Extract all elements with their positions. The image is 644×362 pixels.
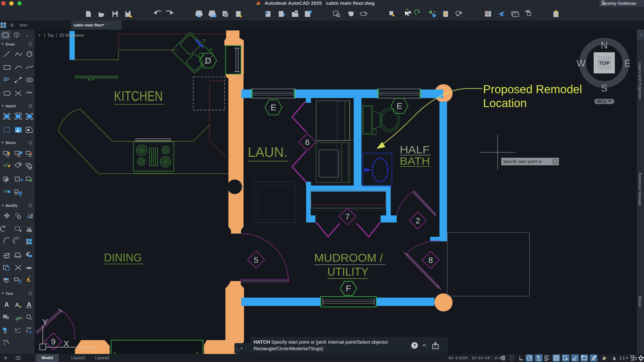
svg-text:A: A (29, 330, 32, 334)
svg-text:E: E (397, 101, 403, 111)
svg-text:A: A (7, 316, 9, 320)
svg-text:N: N (601, 40, 608, 51)
svg-text:6: 6 (305, 138, 310, 147)
svg-text:A: A (27, 301, 31, 308)
svg-text:MUDROOM /: MUDROOM / (314, 251, 383, 264)
svg-text:Block: Block (6, 141, 16, 145)
svg-text:E: E (271, 103, 276, 112)
svg-text:Location: Location (483, 97, 527, 110)
svg-text:W: W (577, 58, 586, 69)
svg-text:KITCHEN: KITCHEN (114, 88, 163, 104)
svg-text:A: A (4, 301, 9, 308)
svg-text:Y: Y (42, 318, 48, 327)
svg-text:8: 8 (428, 256, 433, 265)
svg-text:A: A (4, 330, 7, 334)
svg-text:WCS: WCS (597, 99, 606, 104)
svg-text:+ | Top | 2D Wireframe: + | Top | 2D Wireframe (38, 33, 84, 37)
svg-text:Hatch: Hatch (6, 104, 16, 108)
svg-text:7: 7 (345, 212, 350, 221)
svg-text:X: X (64, 339, 69, 348)
svg-text:DINING: DINING (104, 251, 142, 264)
svg-text:Text: Text (6, 291, 13, 296)
svg-text:Modify: Modify (6, 203, 18, 208)
svg-text:F: F (346, 284, 351, 293)
svg-text:E: E (624, 58, 630, 69)
svg-text:S: S (601, 83, 607, 94)
svg-text:BATH: BATH (400, 155, 430, 167)
svg-text:LAUN.: LAUN. (248, 144, 288, 160)
svg-text:HALF: HALF (400, 144, 430, 156)
svg-text:PDF: PDF (26, 327, 32, 330)
svg-text:TOP: TOP (599, 60, 610, 66)
svg-text:A: A (15, 327, 17, 332)
svg-text:UTILITY: UTILITY (327, 265, 369, 278)
svg-text:Draw: Draw (6, 42, 15, 46)
svg-text:»: » (26, 33, 28, 37)
svg-text:Proposed Remodel: Proposed Remodel (483, 83, 582, 96)
svg-text:9: 9 (51, 337, 56, 346)
svg-text:5: 5 (254, 255, 258, 264)
svg-text:A: A (15, 302, 19, 308)
svg-text:A: A (28, 315, 30, 319)
svg-text:2: 2 (416, 216, 420, 225)
svg-text:?: ? (413, 343, 416, 348)
svg-text:D: D (205, 56, 211, 65)
svg-text:1:1: 1:1 (619, 356, 625, 360)
